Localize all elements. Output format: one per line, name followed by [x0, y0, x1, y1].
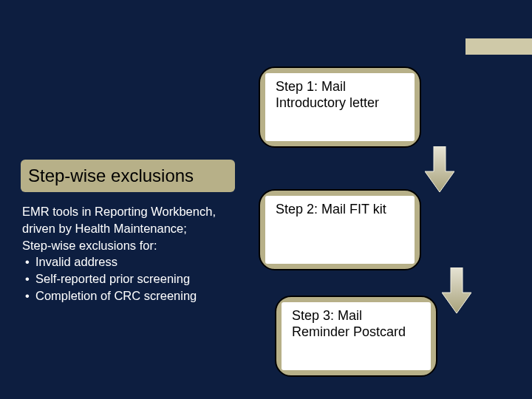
body-bullets: Invalid address Self-reported prior scre…	[22, 253, 244, 304]
step-card-1: Step 1: Mail Introductory letter	[259, 66, 421, 148]
arrow-down-icon	[425, 146, 454, 191]
step-card-3: Step 3: Mail Reminder Postcard	[275, 296, 437, 377]
title-text: Step-wise exclusions	[28, 166, 194, 185]
step-label: Step 1: Mail Introductory letter	[276, 79, 406, 112]
step-label: Step 2: Mail FIT kit	[276, 202, 386, 218]
arrow-down-icon	[442, 267, 471, 312]
step-card-2: Step 2: Mail FIT kit	[259, 189, 421, 270]
body-text: EMR tools in Reporting Workbench, driven…	[22, 203, 244, 304]
list-item: Completion of CRC screening	[22, 287, 244, 304]
list-item: Self-reported prior screening	[22, 270, 244, 287]
body-lead: EMR tools in Reporting Workbench, driven…	[22, 203, 244, 253]
list-item: Invalid address	[22, 253, 244, 270]
title-box: Step-wise exclusions	[21, 160, 235, 192]
corner-accent	[466, 38, 532, 55]
step-label: Step 3: Mail Reminder Postcard	[292, 308, 422, 341]
